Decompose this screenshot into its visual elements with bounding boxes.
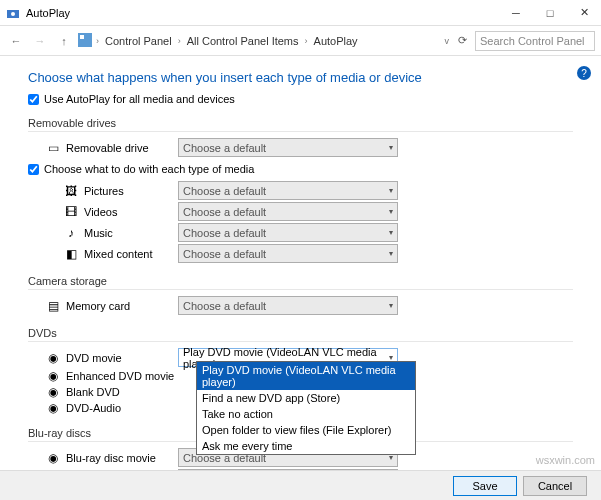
svg-rect-3 — [80, 35, 84, 39]
dropdown-option[interactable]: Find a new DVD app (Store) — [197, 390, 415, 406]
combo-pictures[interactable]: Choose a default▾ — [178, 181, 398, 200]
combo-mixed[interactable]: Choose a default▾ — [178, 244, 398, 263]
window-controls: ─ □ ✕ — [499, 0, 601, 26]
refresh-button[interactable]: ⟳ — [453, 32, 471, 50]
chevron-down-icon[interactable]: v — [445, 36, 450, 46]
maximize-button[interactable]: □ — [533, 0, 567, 26]
titlebar: AutoPlay ─ □ ✕ — [0, 0, 601, 26]
footer: Save Cancel — [0, 470, 601, 500]
control-panel-icon — [78, 33, 92, 49]
search-input[interactable]: Search Control Panel — [475, 31, 595, 51]
svg-point-1 — [11, 12, 15, 16]
chevron-down-icon: ▾ — [389, 186, 393, 195]
crumb-root[interactable]: Control Panel — [103, 34, 174, 48]
combo-videos[interactable]: Choose a default▾ — [178, 202, 398, 221]
chevron-icon: › — [305, 36, 308, 46]
content-area: Choose what happens when you insert each… — [0, 56, 601, 470]
navbar: ← → ↑ › Control Panel › All Control Pane… — [0, 26, 601, 56]
combo-dvd-movie-dropdown[interactable]: Play DVD movie (VideoLAN VLC media playe… — [196, 361, 416, 455]
dropdown-option[interactable]: Take no action — [197, 406, 415, 422]
music-icon: ♪ — [64, 226, 78, 240]
drive-icon: ▭ — [46, 141, 60, 155]
window-title: AutoPlay — [26, 7, 499, 19]
section-dvds: DVDs ◉DVD movie Play DVD movie (VideoLAN… — [28, 327, 573, 415]
minimize-button[interactable]: ─ — [499, 0, 533, 26]
row-videos: 🎞Videos Choose a default▾ — [28, 202, 573, 221]
label-videos: Videos — [84, 206, 117, 218]
combo-removable-drive[interactable]: Choose a default▾ — [178, 138, 398, 157]
forward-button[interactable]: → — [30, 31, 50, 51]
pictures-icon: 🖼 — [64, 184, 78, 198]
section-camera: Camera storage ▤Memory card Choose a def… — [28, 275, 573, 315]
section-removable: Removable drives ▭Removable drive Choose… — [28, 117, 573, 263]
choose-each-media-input[interactable] — [28, 164, 39, 175]
autoplay-icon — [6, 6, 20, 20]
chevron-down-icon: ▾ — [389, 207, 393, 216]
section-title: Camera storage — [28, 275, 573, 287]
label-enhanced-dvd: Enhanced DVD movie — [66, 370, 174, 382]
chevron-down-icon: ▾ — [389, 228, 393, 237]
section-title: Removable drives — [28, 117, 573, 129]
save-button[interactable]: Save — [453, 476, 517, 496]
choose-each-media-label: Choose what to do with each type of medi… — [44, 163, 254, 175]
label-dvd-movie: DVD movie — [66, 352, 122, 364]
section-title: DVDs — [28, 327, 573, 339]
separator — [28, 289, 573, 290]
label-removable-drive: Removable drive — [66, 142, 149, 154]
use-autoplay-label: Use AutoPlay for all media and devices — [44, 93, 235, 105]
chevron-icon: › — [178, 36, 181, 46]
chevron-down-icon: ▾ — [389, 143, 393, 152]
mixed-icon: ◧ — [64, 247, 78, 261]
row-pictures: 🖼Pictures Choose a default▾ — [28, 181, 573, 200]
label-pictures: Pictures — [84, 185, 124, 197]
crumb-leaf[interactable]: AutoPlay — [312, 34, 360, 48]
label-music: Music — [84, 227, 113, 239]
label-blank-dvd: Blank DVD — [66, 386, 120, 398]
row-removable-drive: ▭Removable drive Choose a default▾ — [28, 138, 573, 157]
choose-each-media-checkbox[interactable]: Choose what to do with each type of medi… — [28, 163, 573, 175]
dropdown-option[interactable]: Play DVD movie (VideoLAN VLC media playe… — [197, 362, 415, 390]
back-button[interactable]: ← — [6, 31, 26, 51]
label-mixed: Mixed content — [84, 248, 152, 260]
combo-music[interactable]: Choose a default▾ — [178, 223, 398, 242]
videos-icon: 🎞 — [64, 205, 78, 219]
disc-icon: ◉ — [46, 401, 60, 415]
row-mixed: ◧Mixed content Choose a default▾ — [28, 244, 573, 263]
disc-icon: ◉ — [46, 385, 60, 399]
separator — [28, 131, 573, 132]
cancel-button[interactable]: Cancel — [523, 476, 587, 496]
dropdown-option[interactable]: Ask me every time — [197, 438, 415, 454]
memory-card-icon: ▤ — [46, 299, 60, 313]
label-bluray-movie: Blu-ray disc movie — [66, 452, 156, 464]
dropdown-option[interactable]: Open folder to view files (File Explorer… — [197, 422, 415, 438]
use-autoplay-checkbox[interactable]: Use AutoPlay for all media and devices — [28, 93, 573, 105]
row-music: ♪Music Choose a default▾ — [28, 223, 573, 242]
use-autoplay-input[interactable] — [28, 94, 39, 105]
chevron-down-icon: ▾ — [389, 249, 393, 258]
close-button[interactable]: ✕ — [567, 0, 601, 26]
label-dvd-audio: DVD-Audio — [66, 402, 121, 414]
disc-icon: ◉ — [46, 451, 60, 465]
chevron-icon: › — [96, 36, 99, 46]
breadcrumb[interactable]: › Control Panel › All Control Panel Item… — [78, 33, 441, 49]
combo-memory-card[interactable]: Choose a default▾ — [178, 296, 398, 315]
disc-icon: ◉ — [46, 369, 60, 383]
search-placeholder: Search Control Panel — [480, 35, 585, 47]
crumb-mid[interactable]: All Control Panel Items — [185, 34, 301, 48]
row-memory-card: ▤Memory card Choose a default▾ — [28, 296, 573, 315]
chevron-down-icon: ▾ — [389, 301, 393, 310]
separator — [28, 341, 573, 342]
label-memory-card: Memory card — [66, 300, 130, 312]
up-button[interactable]: ↑ — [54, 31, 74, 51]
page-title: Choose what happens when you insert each… — [28, 70, 573, 85]
disc-icon: ◉ — [46, 351, 60, 365]
